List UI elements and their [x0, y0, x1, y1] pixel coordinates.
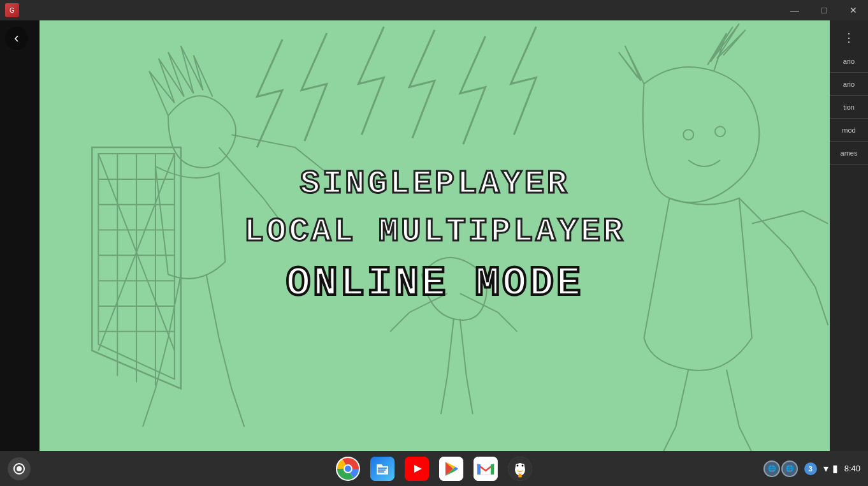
- window-controls: — □ ✕: [780, 0, 868, 20]
- game-area: SINGLEPLAYER LOCAL MULTIPLAYER ONLINE MO…: [40, 20, 830, 451]
- sidebar-item-0[interactable]: ario: [830, 50, 868, 73]
- tray-icons: ▾ ▮: [823, 462, 838, 475]
- close-button[interactable]: ✕: [839, 0, 868, 20]
- battery-icon: ▮: [832, 462, 838, 475]
- sidebar-item-2[interactable]: tion: [830, 96, 868, 119]
- local-multiplayer-option[interactable]: LOCAL MULTIPLAYER: [244, 213, 626, 251]
- window-chrome: G — □ ✕: [0, 0, 868, 20]
- sidebar-panel: ⋮ ario ario tion mod ames: [830, 20, 868, 473]
- taskbar: 🌐 🌐 3 ▾ ▮ 8:40: [0, 451, 868, 486]
- sidebar-more-button[interactable]: ⋮: [830, 26, 868, 50]
- svg-rect-24: [491, 464, 494, 475]
- sidebar-item-1[interactable]: ario: [830, 73, 868, 96]
- globe-icon-1: 🌐: [763, 460, 780, 477]
- window-left: G: [0, 3, 19, 17]
- online-mode-option[interactable]: ONLINE MODE: [286, 261, 583, 307]
- app-icon: G: [5, 3, 19, 17]
- taskbar-center: [336, 457, 532, 481]
- taskbar-left: [8, 457, 31, 480]
- menu-overlay: SINGLEPLAYER LOCAL MULTIPLAYER ONLINE MO…: [40, 20, 830, 451]
- camera-button[interactable]: [8, 457, 31, 480]
- svg-point-15: [17, 466, 22, 471]
- gmail-app-icon[interactable]: [474, 457, 498, 481]
- maximize-button[interactable]: □: [809, 0, 839, 20]
- svg-rect-23: [477, 464, 481, 475]
- notification-badge[interactable]: 3: [804, 462, 817, 475]
- taskbar-right: 🌐 🌐 3 ▾ ▮ 8:40: [763, 460, 860, 477]
- back-button[interactable]: ‹: [5, 27, 28, 50]
- playstore-app-icon[interactable]: [439, 457, 463, 481]
- chrome-app-icon[interactable]: [336, 457, 360, 481]
- left-bar: [0, 20, 40, 451]
- youtube-app-icon[interactable]: [405, 457, 429, 481]
- sidebar-item-3[interactable]: mod: [830, 119, 868, 142]
- svg-point-29: [517, 464, 519, 466]
- singleplayer-option[interactable]: SINGLEPLAYER: [300, 165, 569, 203]
- minimize-button[interactable]: —: [780, 0, 809, 20]
- globe-icons: 🌐 🌐: [763, 460, 798, 477]
- globe-icon-2: 🌐: [781, 460, 798, 477]
- clock-display: 8:40: [844, 464, 860, 473]
- sidebar-item-4[interactable]: ames: [830, 142, 868, 165]
- files-app-icon[interactable]: [370, 457, 394, 481]
- penguin-app-icon[interactable]: [508, 457, 532, 481]
- svg-point-18: [345, 466, 351, 472]
- svg-point-30: [522, 464, 524, 466]
- wifi-icon: ▾: [823, 462, 828, 475]
